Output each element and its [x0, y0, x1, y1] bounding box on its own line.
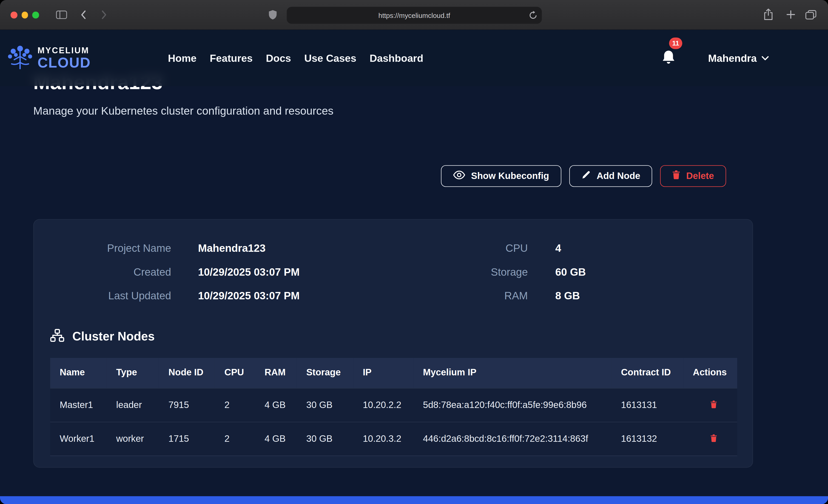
ram-label: RAM [393, 290, 528, 302]
reload-icon[interactable] [529, 10, 537, 19]
cell-ip: 10.20.2.2 [353, 388, 413, 422]
cell-ram: 4 GB [255, 422, 297, 456]
cluster-info-right: CPU 4 Storage 60 GB RAM 8 GB [393, 237, 736, 307]
brand-name: MYCELIUM CLOUD [37, 46, 91, 70]
cell-name: Master1 [50, 388, 107, 422]
cluster-details-card: Project Name Mahendra123 Created 10/29/2… [33, 219, 753, 468]
info-row-ram: RAM 8 GB [393, 284, 736, 307]
page-content: Mahendra123 [0, 30, 828, 504]
viewport: https://myceliumcloud.tf Mahendra123 [0, 0, 828, 504]
nav-links: Home Features Docs Use Cases Dashboard [168, 30, 423, 86]
window-controls [10, 12, 39, 18]
delete-node-button[interactable] [707, 432, 720, 446]
project-name-label: Project Name [50, 242, 171, 255]
back-icon[interactable] [80, 10, 86, 19]
cluster-nodes-table: Name Type Node ID CPU RAM Storage IP Myc… [50, 358, 737, 456]
col-header-type: Type [107, 358, 159, 388]
cell-storage: 30 GB [297, 388, 353, 422]
cpu-label: CPU [393, 242, 528, 255]
col-header-ram: RAM [255, 358, 297, 388]
footer-strip [0, 496, 828, 504]
cell-storage: 30 GB [297, 422, 353, 456]
ram-value: 8 GB [555, 290, 580, 302]
table-header-row: Name Type Node ID CPU RAM Storage IP Myc… [50, 358, 737, 388]
col-header-storage: Storage [297, 358, 353, 388]
cell-cpu: 2 [215, 422, 255, 456]
col-header-actions: Actions [683, 358, 737, 388]
add-node-label: Add Node [596, 170, 640, 181]
info-row-storage: Storage 60 GB [393, 260, 736, 284]
cluster-info-left: Project Name Mahendra123 Created 10/29/2… [50, 237, 393, 307]
close-window-button[interactable] [10, 12, 17, 18]
nav-item-dashboard[interactable]: Dashboard [370, 52, 423, 64]
project-name-value: Mahendra123 [198, 242, 266, 255]
col-header-node-id: Node ID [159, 358, 215, 388]
pencil-icon [581, 170, 591, 182]
info-row-cpu: CPU 4 [393, 237, 736, 260]
last-updated-label: Last Updated [50, 290, 171, 302]
delete-label: Delete [686, 170, 714, 181]
created-value: 10/29/2025 03:07 PM [198, 266, 300, 278]
cell-node-id: 7915 [159, 388, 215, 422]
delete-cluster-button[interactable]: Delete [660, 165, 726, 187]
user-name: Mahendra [708, 52, 757, 64]
storage-label: Storage [393, 266, 528, 278]
storage-value: 60 GB [555, 266, 586, 278]
browser-toolbar: https://myceliumcloud.tf [0, 0, 828, 30]
minimize-window-button[interactable] [22, 12, 28, 18]
add-node-button[interactable]: Add Node [569, 165, 653, 187]
notification-badge: 11 [669, 37, 682, 49]
top-navigation: MYCELIUM CLOUD Home Features Docs Use Ca… [0, 30, 828, 86]
last-updated-value: 10/29/2025 03:07 PM [198, 290, 300, 302]
info-row-project-name: Project Name Mahendra123 [50, 237, 393, 260]
cell-cpu: 2 [215, 388, 255, 422]
sidebar-toggle-icon[interactable] [56, 10, 67, 19]
nav-item-docs[interactable]: Docs [266, 52, 291, 64]
cell-node-id: 1715 [159, 422, 215, 456]
col-header-name: Name [50, 358, 107, 388]
privacy-shield-icon[interactable] [268, 9, 277, 20]
created-label: Created [50, 266, 171, 278]
eye-icon [453, 170, 465, 182]
cluster-action-buttons: Show Kubeconfig Add Node Delete [441, 165, 726, 187]
notifications-button[interactable]: 11 [659, 37, 682, 67]
col-header-ip: IP [353, 358, 413, 388]
cell-actions [683, 388, 737, 422]
tab-overview-icon[interactable] [805, 10, 816, 20]
zoom-window-button[interactable] [32, 12, 39, 18]
browser-window: https://myceliumcloud.tf Mahendra123 [0, 0, 828, 504]
brand-logo[interactable]: MYCELIUM CLOUD [6, 44, 91, 72]
table-row: Worker1 worker 1715 2 4 GB 30 GB 10.20.3… [50, 422, 737, 456]
cell-name: Worker1 [50, 422, 107, 456]
nav-item-features[interactable]: Features [210, 52, 253, 64]
info-row-last-updated: Last Updated 10/29/2025 03:07 PM [50, 284, 393, 307]
cell-ip: 10.20.3.2 [353, 422, 413, 456]
info-row-created: Created 10/29/2025 03:07 PM [50, 260, 393, 284]
table-row: Master1 leader 7915 2 4 GB 30 GB 10.20.2… [50, 388, 737, 422]
trash-icon [710, 436, 717, 444]
mycelium-logo-icon [6, 44, 34, 72]
sitemap-icon [50, 329, 64, 344]
brand-name-top: MYCELIUM [37, 46, 91, 55]
forward-icon[interactable] [101, 10, 107, 19]
trash-icon [710, 402, 717, 410]
cluster-nodes-title: Cluster Nodes [72, 329, 155, 344]
delete-node-button[interactable] [707, 397, 720, 412]
nav-item-use-cases[interactable]: Use Cases [304, 52, 357, 64]
col-header-mycelium-ip: Mycelium IP [413, 358, 612, 388]
nav-item-home[interactable]: Home [168, 52, 197, 64]
show-kubeconfig-label: Show Kubeconfig [471, 170, 549, 181]
user-menu[interactable]: Mahendra [708, 30, 769, 86]
show-kubeconfig-button[interactable]: Show Kubeconfig [441, 165, 561, 187]
share-icon[interactable] [764, 8, 773, 21]
cluster-info: Project Name Mahendra123 Created 10/29/2… [50, 237, 736, 307]
col-header-contract-id: Contract ID [612, 358, 684, 388]
bell-icon [662, 50, 675, 67]
cpu-value: 4 [555, 242, 561, 255]
address-bar[interactable]: https://myceliumcloud.tf [287, 7, 542, 24]
cell-contract-id: 1613131 [612, 388, 684, 422]
cluster-nodes-heading: Cluster Nodes [50, 329, 736, 344]
new-tab-icon[interactable] [786, 10, 795, 19]
col-header-cpu: CPU [215, 358, 255, 388]
cell-ram: 4 GB [255, 388, 297, 422]
